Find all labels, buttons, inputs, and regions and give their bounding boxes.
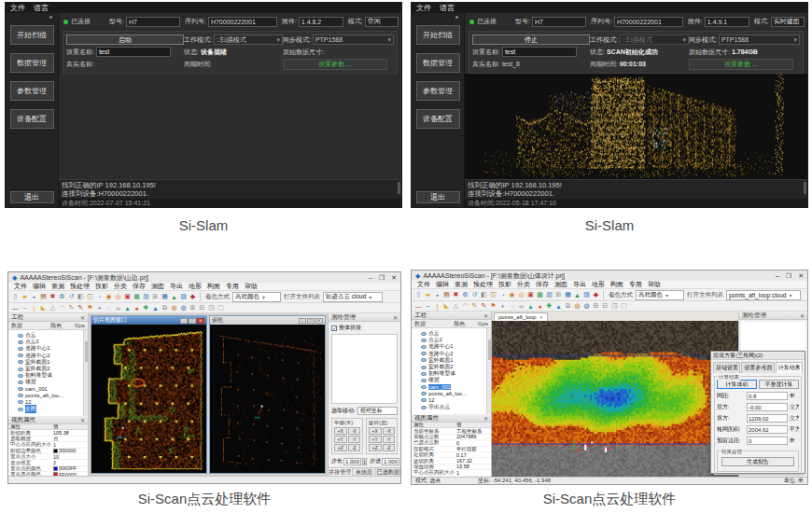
- draw-tool-icon[interactable]: ~: [21, 303, 29, 312]
- spinner-icon[interactable]: ▴▾: [362, 458, 367, 465]
- rotate-button[interactable]: -Y: [383, 436, 396, 443]
- step-input[interactable]: 1.000: [382, 458, 399, 465]
- start-button[interactable]: 启动: [66, 35, 184, 45]
- tab-close-icon[interactable]: ✕: [539, 314, 543, 320]
- menu-item[interactable]: 地形: [186, 282, 204, 291]
- tree-item[interactable]: cam_001: [18, 386, 88, 393]
- close-button[interactable]: ✕: [798, 272, 804, 280]
- toolbar-icon[interactable]: ◫: [86, 292, 94, 301]
- draw-tool-icon[interactable]: ~: [424, 301, 432, 311]
- dialog-tab[interactable]: 基础设置: [713, 362, 740, 373]
- menu-item[interactable]: 编辑: [433, 280, 452, 289]
- view-tab[interactable]: points_aft_loop✕: [494, 312, 548, 321]
- menu-item[interactable]: 预处理: [67, 282, 92, 291]
- close-panel-icon[interactable]: ✕: [800, 312, 805, 319]
- toolbar-icon[interactable]: ▦: [161, 292, 169, 301]
- work-mode-select[interactable]: ::扫描模式▾: [214, 35, 283, 45]
- pan-button[interactable]: +X: [334, 427, 347, 435]
- draw-tool-icon[interactable]: +: [95, 303, 104, 312]
- menu-item[interactable]: 文件: [10, 3, 25, 13]
- menu-item[interactable]: 文件: [416, 3, 431, 13]
- draw-tool-icon[interactable]: ∞: [517, 301, 525, 311]
- toolbar-icon[interactable]: ◎: [517, 290, 525, 299]
- log-area[interactable]: 找到正确的IP 192.168.10.195!连接到设备:H7000022200…: [59, 179, 401, 199]
- menu-item[interactable]: 分类: [111, 282, 130, 291]
- menu-item[interactable]: 保存: [533, 280, 552, 289]
- draw-tool-icon[interactable]: △: [49, 303, 57, 312]
- dialog-title[interactable]: 挖填方量(三角网)(2): [711, 352, 805, 360]
- log-area[interactable]: 找到正确的IP 192.168.10.195!连接到设备:H7000022200…: [465, 179, 807, 199]
- menu-item[interactable]: 编辑: [30, 282, 49, 291]
- draw-tool-icon[interactable]: ⧉: [564, 301, 572, 311]
- draw-tool-icon[interactable]: ◍: [582, 301, 591, 311]
- field-input[interactable]: 0.8: [747, 392, 788, 400]
- name-input[interactable]: test: [502, 47, 577, 57]
- flatness-button[interactable]: 平整度计算: [759, 380, 799, 389]
- menu-item[interactable]: 构面: [204, 282, 223, 291]
- toolbar-icon[interactable]: ▯: [414, 290, 423, 299]
- toolbar-icon[interactable]: ▥: [545, 290, 553, 299]
- toolbar-icon[interactable]: ▣: [123, 292, 132, 301]
- stop-button[interactable]: 停止: [472, 35, 590, 45]
- toolbar-icon[interactable]: ▯: [11, 292, 20, 301]
- tree-item[interactable]: 楼层: [18, 379, 88, 385]
- draw-tool-icon[interactable]: —: [414, 301, 423, 311]
- sidebar-button[interactable]: 参数管理: [416, 81, 460, 101]
- pan-button[interactable]: +Y: [334, 436, 347, 443]
- toolbar-icon[interactable]: ⚙: [58, 292, 66, 301]
- pan-button[interactable]: -Y: [348, 436, 361, 443]
- toolbar-icon[interactable]: ◧: [480, 290, 488, 299]
- move-input[interactable]: 相对坐标: [357, 407, 398, 415]
- draw-tool-icon[interactable]: ◌: [105, 303, 113, 312]
- draw-tool-icon[interactable]: ◠: [58, 303, 66, 312]
- draw-tool-icon[interactable]: ⊞: [592, 301, 600, 311]
- toolbar-icon[interactable]: ▪: [433, 290, 441, 299]
- menu-item[interactable]: 帮助: [242, 282, 260, 291]
- minimize-button[interactable]: –: [369, 274, 372, 282]
- sidebar-button[interactable]: 数据管理: [10, 53, 54, 73]
- toolbar-icon[interactable]: ▲: [573, 290, 581, 299]
- draw-tool-icon[interactable]: ◍: [170, 303, 178, 312]
- view-min-icon[interactable]: –: [299, 318, 306, 324]
- toolbar-icon[interactable]: ✖: [49, 292, 57, 301]
- tree-item[interactable]: points_aft_loo...: [421, 391, 491, 397]
- toolbar-icon[interactable]: ▰: [21, 292, 29, 301]
- menu-item[interactable]: 预处理: [470, 280, 496, 289]
- view-max-icon[interactable]: □: [189, 318, 196, 324]
- menu-item[interactable]: 分类: [514, 280, 533, 289]
- draw-tool-icon[interactable]: ▢: [620, 301, 628, 311]
- draw-tool-icon[interactable]: ▲: [554, 301, 563, 311]
- scrollbar-thumb[interactable]: [804, 182, 806, 194]
- close-button[interactable]: ✕: [391, 274, 397, 282]
- toolbar-icon[interactable]: ▲: [170, 292, 178, 301]
- open-file-select[interactable]: points_aft_loop:cloud▾: [726, 290, 801, 300]
- view-close-icon[interactable]: ✕: [315, 318, 323, 324]
- tree-scrollbar[interactable]: [83, 330, 88, 416]
- close-panel-icon[interactable]: ✕: [483, 415, 488, 422]
- toolbar-icon[interactable]: ◧: [77, 292, 85, 301]
- toolbar-icon[interactable]: ◫: [489, 290, 497, 299]
- dialog-tab[interactable]: 设置参考面: [741, 362, 774, 373]
- tree-item[interactable]: 楼层: [421, 377, 491, 383]
- draw-tool-icon[interactable]: +: [498, 301, 507, 311]
- draw-tool-icon[interactable]: ●: [536, 301, 544, 311]
- view-close-icon[interactable]: ✕: [197, 318, 204, 324]
- scrollbar-thumb[interactable]: [398, 182, 400, 194]
- toolbar-icon[interactable]: ▰: [424, 290, 432, 299]
- draw-tool-icon[interactable]: ⊟: [601, 301, 609, 311]
- field-input[interactable]: 1209.02: [747, 414, 788, 423]
- draw-tool-icon[interactable]: ∞: [114, 303, 122, 312]
- draw-tool-icon[interactable]: ◳: [610, 301, 619, 311]
- sidebar-button[interactable]: 开始扫描: [416, 25, 460, 45]
- draw-tool-icon[interactable]: ◍: [179, 303, 188, 312]
- close-panel-icon[interactable]: ✕: [483, 312, 488, 319]
- pan-button[interactable]: -Z: [348, 444, 361, 451]
- menu-item[interactable]: 文件: [11, 282, 30, 291]
- draw-tool-icon[interactable]: |: [30, 303, 38, 312]
- toolbar-icon[interactable]: ▣: [526, 290, 535, 299]
- menu-item[interactable]: 量测: [452, 280, 470, 289]
- toolbar-icon[interactable]: ◆: [189, 292, 197, 301]
- draw-tool-icon[interactable]: ◠: [461, 301, 469, 311]
- draw-tool-icon[interactable]: ▲: [151, 303, 160, 312]
- menu-item[interactable]: 投影: [92, 282, 111, 291]
